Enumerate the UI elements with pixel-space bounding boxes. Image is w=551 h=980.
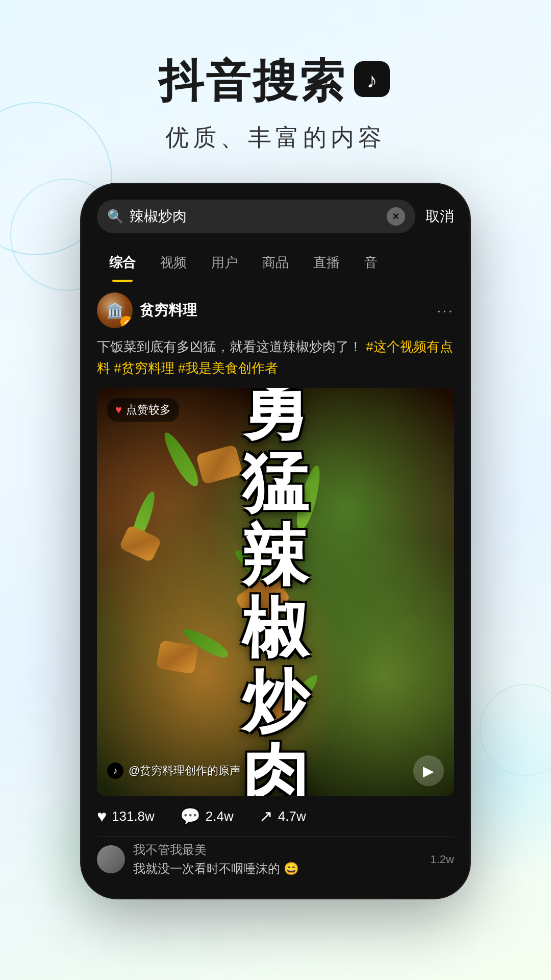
app-subtitle: 优质、丰富的内容 — [0, 122, 551, 154]
tab-音[interactable]: 音 — [352, 243, 390, 282]
heart-icon: ♥ — [97, 807, 107, 826]
clear-search-button[interactable]: × — [387, 207, 405, 226]
tab-视频[interactable]: 视频 — [148, 243, 199, 282]
post-description: 下饭菜到底有多凶猛，就看这道辣椒炒肉了！ #这个视频有点料 #贫穷料理 #我是美… — [97, 336, 454, 379]
video-text-overlay: 勇猛辣椒炒肉 — [97, 388, 454, 796]
like-count: 131.8w — [112, 808, 155, 824]
video-overlay-text: 勇猛辣椒炒肉 — [242, 388, 309, 796]
tiktok-logo-icon: ♪ — [352, 59, 392, 100]
comment-preview: 我不管我最美 我就没一次看时不咽唾沫的 😄 1.2w — [97, 836, 454, 888]
comment-username: 我不管我最美 — [133, 842, 422, 858]
comment-text: 我就没一次看时不咽唾沫的 😄 — [133, 860, 422, 877]
video-inner: ♥ 点赞较多 勇猛辣椒炒肉 ♪ — [97, 388, 454, 796]
phone-container: 🔍 辣椒炒肉 × 取消 综合 视频 用户 — [0, 184, 551, 898]
search-query-text: 辣椒炒肉 — [130, 207, 381, 226]
share-icon: ↗ — [259, 806, 273, 826]
sound-info: ♪ @贫穷料理创作的原声 — [107, 763, 241, 779]
search-bar-row: 🔍 辣椒炒肉 × 取消 — [82, 184, 469, 243]
share-count: 4.7w — [278, 808, 306, 824]
main-title-row: 抖音搜索 ♪ — [0, 51, 551, 112]
sound-text: @贫穷料理创作的原声 — [129, 763, 241, 778]
post-desc-text: 下饭菜到底有多凶猛，就看这道辣椒炒肉了！ — [97, 339, 362, 354]
search-icon: 🔍 — [107, 209, 123, 225]
music-icon: ♪ — [107, 763, 123, 779]
username-label: 贫穷料理 — [140, 301, 197, 320]
post-user[interactable]: 🏛️ ✓ 贫穷料理 — [97, 292, 197, 328]
comment-like-count: 1.2w — [431, 853, 454, 866]
svg-text:♪: ♪ — [367, 68, 378, 92]
comment-button[interactable]: 💬 2.4w — [180, 806, 234, 826]
post-header: 🏛️ ✓ 贫穷料理 ··· — [97, 292, 454, 328]
more-options-button[interactable]: ··· — [437, 302, 454, 319]
content-area: 🏛️ ✓ 贫穷料理 ··· 下饭菜到底有多凶猛，就看这道辣椒炒肉了！ #这个视频… — [82, 282, 469, 898]
app-title: 抖音搜索 — [159, 51, 346, 112]
interaction-bar: ♥ 131.8w 💬 2.4w ↗ 4.7w — [97, 796, 454, 836]
avatar: 🏛️ ✓ — [97, 292, 133, 328]
comment-content: 我不管我最美 我就没一次看时不咽唾沫的 😄 — [133, 842, 422, 877]
video-thumbnail[interactable]: ♥ 点赞较多 勇猛辣椒炒肉 ♪ — [97, 388, 454, 796]
share-button[interactable]: ↗ 4.7w — [259, 806, 306, 826]
verified-badge: ✓ — [120, 316, 133, 328]
tab-商品[interactable]: 商品 — [250, 243, 301, 282]
tab-用户[interactable]: 用户 — [199, 243, 250, 282]
phone-inner: 🔍 辣椒炒肉 × 取消 综合 视频 用户 — [82, 184, 469, 898]
phone-mockup: 🔍 辣椒炒肉 × 取消 综合 视频 用户 — [82, 184, 469, 898]
comment-count: 2.4w — [206, 808, 234, 824]
comment-icon: 💬 — [180, 806, 201, 826]
video-bottom-bar: ♪ @贫穷料理创作的原声 ▶ — [107, 755, 444, 786]
clear-icon: × — [393, 210, 399, 223]
header-section: 抖音搜索 ♪ 优质、丰富的内容 — [0, 0, 551, 184]
tab-综合[interactable]: 综合 — [97, 243, 148, 282]
play-button[interactable]: ▶ — [413, 755, 444, 786]
search-input-wrap[interactable]: 🔍 辣椒炒肉 × — [97, 200, 415, 233]
cancel-search-button[interactable]: 取消 — [425, 207, 454, 226]
tabs-row: 综合 视频 用户 商品 直播 音 — [82, 243, 469, 282]
like-button[interactable]: ♥ 131.8w — [97, 807, 155, 826]
comment-avatar — [97, 845, 125, 873]
tab-直播[interactable]: 直播 — [301, 243, 352, 282]
